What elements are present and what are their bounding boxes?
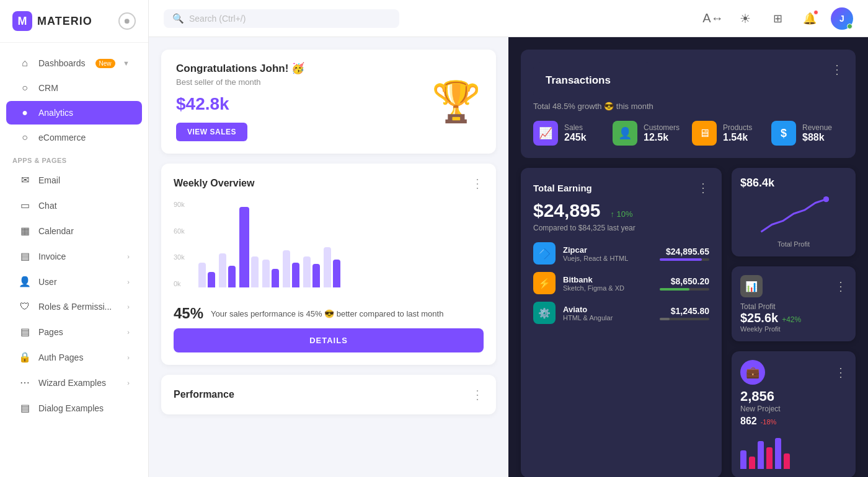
bitbank-logo: ⚡ [533,272,556,294]
notification-dot [813,10,818,15]
view-sales-button[interactable]: VIEW SALES [176,123,247,141]
bell-icon[interactable]: 🔔 [799,7,821,30]
sidebar-item-roles[interactable]: 🛡 Roles & Permissi... › [6,295,142,318]
new-project-label: New Project [740,405,847,413]
brightness-icon[interactable]: ☀ [734,7,756,30]
bar-light [283,250,290,287]
transactions-menu-icon[interactable]: ⋮ [831,62,843,77]
zipcar-amount: $24,895.65 [660,247,709,261]
earning-pct: ↑ 10% [610,209,632,219]
avatar-online-indicator [847,24,852,29]
bar-light [198,263,206,287]
bar-group-6 [303,256,320,287]
weekly-menu-icon[interactable]: ⋮ [471,176,484,191]
profit-left-label: Total Profit [740,240,847,248]
aviato-progress [660,318,670,320]
sidebar-item-crm[interactable]: ○ CRM [6,76,142,100]
sidebar-item-auth[interactable]: 🔒 Auth Pages › [6,345,142,369]
wizard-expand-icon: › [127,379,130,387]
trans-item-products: 🖥 Products 1.54k [692,121,764,146]
y-label-90k: 90k [174,201,195,208]
aviato-progress-wrap [660,318,709,320]
earning-menu-icon[interactable]: ⋮ [697,180,709,195]
trans-title-row: Transactions Total 48.5% growth 😎 this m… [533,62,843,121]
chat-label: Chat [38,201,57,211]
trans-item-customers: 👤 Customers 12.5k [613,121,684,146]
zipcar-name: Zipcar [563,245,628,255]
sidebar-item-pages[interactable]: ▤ Pages › [6,320,142,344]
weekly-profit-menu[interactable]: ⋮ [835,279,847,294]
expand-icon: ▼ [123,59,130,67]
bar-purple [292,263,299,287]
search-bar[interactable]: 🔍 Search (Ctrl+/) [164,9,399,28]
sidebar-item-dashboards[interactable]: ⌂ Dashboards New ▼ [6,51,142,75]
congrats-text: Congratulations John! 🥳 Best seller of t… [176,62,304,141]
email-icon: ✉ [19,174,31,186]
bitbank-value: $8,650.20 [660,276,709,286]
total-earning-card: Total Earning ⋮ $24,895 ↑ 10% Compared t… [521,168,722,477]
sidebar-item-dialog[interactable]: ▤ Dialog Examples [6,396,142,420]
weekly-profit-title: Total Profit [740,302,847,311]
sidebar-item-chat[interactable]: ▭ Chat [6,193,142,217]
bar-purple [312,264,320,287]
search-placeholder: Search (Ctrl+/) [189,14,246,24]
customers-value: 12.5k [644,132,680,143]
zipcar-logo: 🔷 [533,242,556,265]
calendar-label: Calendar [38,226,74,236]
earning-list: 🔷 Zipcar Vuejs, React & HTML $24,895.65 [533,242,709,324]
yearly-change: -18% [761,418,777,426]
revenue-label: Revenue [802,123,832,132]
aviato-value: $1,245.80 [660,306,709,316]
customers-label: Customers [644,123,680,132]
bar-group-1 [198,263,215,287]
dialog-icon: ▤ [19,402,31,414]
zipcar-progress-wrap [660,258,709,261]
mini-bar-2 [749,457,755,469]
sidebar-item-invoice[interactable]: ▤ Invoice › [6,244,142,268]
sidebar-item-wizard[interactable]: ⋯ Wizard Examples › [6,370,142,395]
shield-icon: 🛡 [19,301,31,312]
details-button[interactable]: DETAILS [174,328,484,352]
grid-icon[interactable]: ⊞ [766,7,789,30]
lock-icon: 🔒 [19,351,31,363]
new-project-menu[interactable]: ⋮ [835,365,847,380]
new-project-card: 💼 ⋮ 2,856 New Project 862 -18% [732,351,856,477]
avatar[interactable]: J [831,7,853,30]
header: 🔍 Search (Ctrl+/) A↔ ☀ ⊞ 🔔 J [149,0,868,37]
circle-icon2: ○ [19,132,31,143]
pages-icon: ▤ [19,326,31,338]
svg-point-0 [823,196,829,202]
new-project-value: 2,856 [740,388,847,405]
crm-label: CRM [38,83,58,93]
mini-bar-6 [784,453,790,469]
trans-item-sales: 📈 Sales 245k [533,121,605,146]
aviato-logo: ⚙️ [533,302,556,324]
revenue-data: Revenue $88k [802,123,832,143]
new-project-header: 💼 ⋮ [740,360,847,385]
zipcar-value: $24,895.65 [660,247,709,256]
sidebar-item-user[interactable]: 👤 User › [6,269,142,294]
performance-menu-icon[interactable]: ⋮ [471,387,484,402]
chat-icon: ▭ [19,199,31,211]
weekly-profit-card: 📊 ⋮ Total Profit $25.6k +42% Weekly Prof… [732,266,856,341]
products-icon: 🖥 [692,121,717,146]
logo-text: MATERIO [37,15,92,28]
bitbank-progress-wrap [660,288,709,291]
record-icon[interactable]: ⏺ [118,12,136,30]
user-label: User [38,277,57,287]
weekly-profit-header: 📊 ⋮ [740,275,847,297]
bar-purple [272,269,279,287]
profit-left-amount: $86.4k [740,177,847,190]
sales-value: 245k [564,132,587,143]
sidebar-item-calendar[interactable]: ▦ Calendar [6,219,142,243]
sales-icon: 📈 [533,121,558,146]
pages-label: Pages [38,327,63,337]
sidebar-item-ecommerce[interactable]: ○ eCommerce [6,126,142,149]
analytics-label: Analytics [38,108,73,118]
sidebar-nav: ⌂ Dashboards New ▼ ○ CRM ● Analytics ○ e… [0,43,148,429]
translate-icon[interactable]: A↔ [702,7,724,30]
mini-bar-chart [740,432,847,469]
earning-item-bitbank: ⚡ Bitbank Sketch, Figma & XD $8,650.20 [533,272,709,294]
sidebar-item-analytics[interactable]: ● Analytics [6,101,142,125]
sidebar-item-email[interactable]: ✉ Email [6,168,142,192]
